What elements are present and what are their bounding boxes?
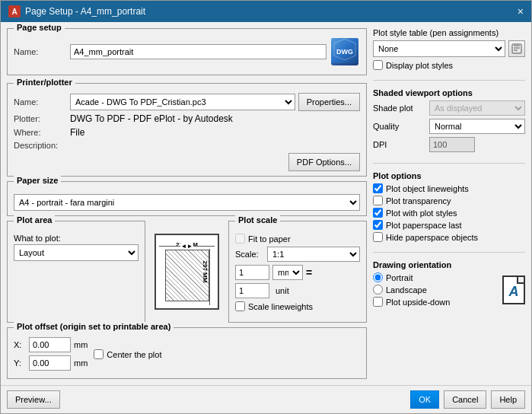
printer-select[interactable]: Acade - DWG To PDF_Cristian.pc3	[70, 94, 295, 110]
portrait-row: Portrait	[373, 272, 450, 282]
plotter-value: DWG To PDF - PDF ePlot - by Autodesk	[70, 113, 233, 124]
fit-to-paper-label: Fit to paper	[248, 234, 291, 244]
properties-button[interactable]: Properties...	[298, 93, 360, 111]
description-label: Description:	[14, 141, 67, 150]
upside-down-label: Plot upside-down	[386, 298, 450, 307]
plot-scale-section: Plot scale Fit to paper Scale: 1:1 1	[228, 221, 367, 323]
paper-size-select[interactable]: A4 - portrait - fara margini	[14, 194, 360, 211]
shade-plot-label: Shade plot	[373, 104, 426, 113]
where-value: File	[70, 127, 84, 138]
what-to-plot-select[interactable]: Layout	[14, 244, 139, 261]
left-panel: Page setup Name: A4_mm_portrait	[7, 28, 367, 379]
plot-opt-transparency: Plot transparency	[373, 196, 525, 205]
dialog-title: Page Setup - A4_mm_portrait	[25, 6, 145, 17]
display-plot-styles-label: Display plot styles	[386, 61, 453, 70]
scale-select[interactable]: 1:1	[267, 247, 360, 262]
plot-offset-title: Plot offset (origin set to printable are…	[14, 322, 174, 331]
shaded-viewport-title: Shaded viewport options	[373, 88, 525, 97]
preview-button[interactable]: Preview...	[7, 390, 60, 409]
upside-down-checkbox[interactable]	[373, 297, 383, 307]
paper-preview-area: 210 MM ◄► 297 MM	[151, 221, 222, 323]
action-buttons: OK Cancel Help	[410, 390, 525, 409]
paper-preview: 210 MM ◄► 297 MM	[155, 234, 219, 310]
scale-value1-input[interactable]: 1	[235, 265, 269, 280]
pdf-options-button[interactable]: PDF Options...	[288, 153, 360, 171]
dpi-input[interactable]: 100	[429, 137, 475, 152]
orientation-icon: A	[502, 272, 525, 304]
upside-down-row: Plot upside-down	[373, 297, 450, 307]
scale-lineweights-checkbox[interactable]	[235, 301, 245, 311]
plot-style-row: None	[373, 40, 525, 57]
printer-plotter-section: Printer/plotter Name: Acade - DWG To PDF…	[7, 83, 367, 177]
page-setup-section: Page setup Name: A4_mm_portrait	[7, 28, 367, 75]
scale-unit-select[interactable]: mm	[272, 265, 303, 280]
paper-size-section: Paper size A4 - portrait - fara margini	[7, 181, 367, 216]
landscape-radio[interactable]	[373, 285, 383, 295]
plot-lineweights-checkbox[interactable]	[373, 183, 383, 193]
shade-plot-select[interactable]: As displayed	[429, 100, 525, 116]
x-label: X:	[14, 340, 26, 349]
ok-button[interactable]: OK	[410, 390, 439, 409]
page-setup-title: Page setup	[14, 23, 65, 32]
page-icon-letter: A	[509, 284, 519, 300]
plot-style-select[interactable]: None	[373, 40, 505, 57]
y-label: Y:	[14, 358, 26, 368]
plot-with-styles-label: Plot with plot styles	[386, 209, 457, 218]
plot-style-edit-button[interactable]	[508, 40, 525, 57]
close-button[interactable]: ×	[518, 5, 524, 18]
y-mm-label: mm	[74, 358, 88, 368]
plot-opt-paperspace-last: Plot paperspace last	[373, 220, 525, 230]
landscape-row: Landscape	[373, 285, 450, 295]
plot-options-title: Plot options	[373, 171, 525, 180]
plot-with-styles-checkbox[interactable]	[373, 208, 383, 218]
hide-paperspace-checkbox[interactable]	[373, 232, 383, 242]
svg-text:DWG: DWG	[336, 48, 353, 56]
plot-offset-section: Plot offset (origin set to printable are…	[7, 327, 367, 379]
center-plot-checkbox[interactable]	[94, 349, 104, 359]
plot-area-section: Plot area What to plot: Layout	[7, 221, 145, 323]
landscape-label: Landscape	[386, 285, 427, 295]
fit-to-paper-checkbox[interactable]	[235, 234, 245, 244]
x-mm-label: mm	[74, 340, 88, 349]
scale-value2-input[interactable]: 1	[235, 283, 269, 298]
center-plot-label: Center the plot	[107, 350, 161, 359]
plot-style-table-section: Plot style table (pen assignments) None	[373, 28, 525, 72]
plot-opt-hide-paperspace: Hide paperspace objects	[373, 232, 525, 242]
bottom-bar: Preview... OK Cancel Help	[1, 385, 531, 413]
printer-section-title: Printer/plotter	[14, 78, 75, 87]
dwg-icon: DWG	[330, 37, 360, 67]
help-button[interactable]: Help	[491, 390, 525, 409]
display-plot-styles-checkbox[interactable]	[373, 60, 383, 70]
scale-unit2-label: unit	[276, 286, 289, 295]
dialog-content: Page setup Name: A4_mm_portrait	[1, 22, 531, 385]
plot-transparency-label: Plot transparency	[386, 196, 451, 205]
x-input[interactable]: 0.00	[29, 337, 71, 352]
y-input[interactable]: 0.00	[29, 355, 71, 371]
portrait-radio[interactable]	[373, 272, 383, 282]
dialog-window: A Page Setup - A4_mm_portrait × Page set…	[0, 0, 532, 414]
plot-paperspace-last-label: Plot paperspace last	[386, 221, 462, 230]
plot-options-section: Plot options Plot object lineweights Plo…	[373, 171, 525, 244]
hide-paperspace-label: Hide paperspace objects	[386, 233, 478, 242]
shaded-viewport-section: Shaded viewport options Shade plot As di…	[373, 88, 525, 155]
plot-paperspace-last-checkbox[interactable]	[373, 220, 383, 230]
orientation-radios: Portrait Landscape Plot upside-down	[373, 272, 450, 309]
plot-scale-title: Plot scale	[235, 215, 280, 225]
plot-opt-lineweights: Plot object lineweights	[373, 183, 525, 193]
name-label: Name:	[14, 47, 67, 56]
where-label: Where:	[14, 128, 67, 137]
cancel-button[interactable]: Cancel	[444, 390, 486, 409]
plot-transparency-checkbox[interactable]	[373, 196, 383, 205]
plot-area-title: Plot area	[14, 215, 55, 225]
plot-lineweights-label: Plot object lineweights	[386, 184, 469, 193]
what-to-plot-label: What to plot:	[14, 234, 139, 243]
quality-select[interactable]: Normal	[429, 119, 525, 134]
drawing-orientation-section: Drawing orientation Portrait Landscape	[373, 260, 525, 309]
portrait-label: Portrait	[386, 273, 413, 282]
page-setup-name-input[interactable]: A4_mm_portrait	[70, 44, 327, 59]
right-panel: Plot style table (pen assignments) None	[373, 28, 525, 379]
drawing-orientation-title: Drawing orientation	[373, 260, 525, 269]
paper-size-title: Paper size	[14, 176, 61, 185]
scale-lineweights-label: Scale lineweights	[248, 302, 313, 311]
paper-dim-right: 297 MM	[202, 261, 209, 283]
